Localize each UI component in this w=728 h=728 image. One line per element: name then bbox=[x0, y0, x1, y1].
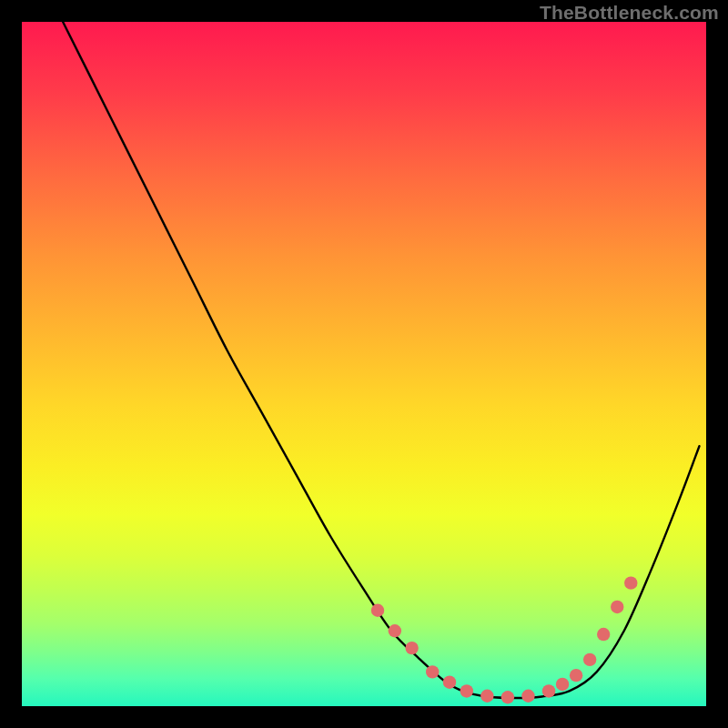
data-dot bbox=[556, 678, 569, 691]
data-dot bbox=[480, 690, 493, 703]
data-dot bbox=[443, 675, 456, 688]
data-dot bbox=[371, 604, 384, 617]
watermark-text: TheBottleneck.com bbox=[540, 2, 719, 24]
data-dot bbox=[597, 628, 610, 641]
data-dot bbox=[405, 642, 418, 654]
data-dot bbox=[542, 684, 555, 697]
chart-content bbox=[63, 22, 699, 703]
data-dot bbox=[389, 624, 401, 637]
data-dot bbox=[426, 665, 439, 678]
data-dot bbox=[460, 684, 473, 697]
data-dot bbox=[611, 601, 623, 613]
chart-svg bbox=[22, 22, 706, 706]
data-dot bbox=[501, 691, 514, 703]
data-dot bbox=[521, 690, 534, 703]
data-dot bbox=[583, 653, 596, 666]
chart-frame bbox=[22, 22, 706, 706]
data-dot bbox=[624, 576, 637, 589]
data-dot bbox=[570, 669, 582, 682]
bottleneck-curve bbox=[63, 22, 699, 698]
plot-area bbox=[22, 22, 706, 706]
